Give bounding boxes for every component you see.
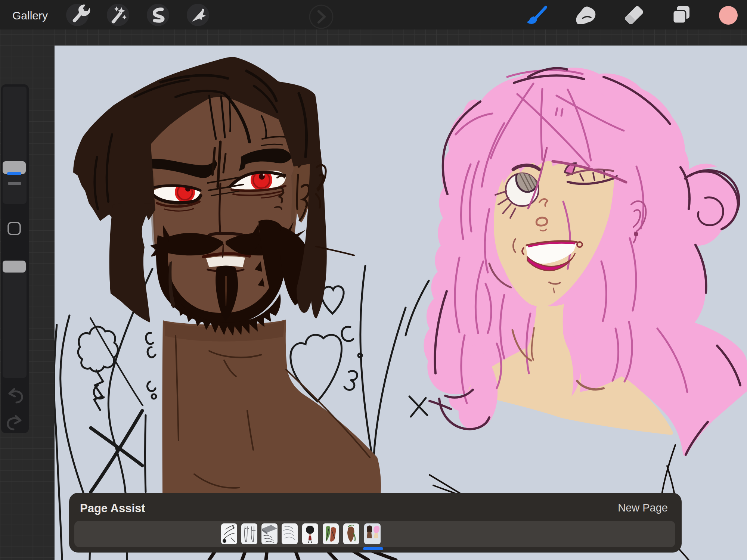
svg-text:Gallery: Gallery <box>12 9 48 22</box>
svg-text:New Page: New Page <box>618 502 668 514</box>
svg-text:Page Assist: Page Assist <box>80 502 145 515</box>
